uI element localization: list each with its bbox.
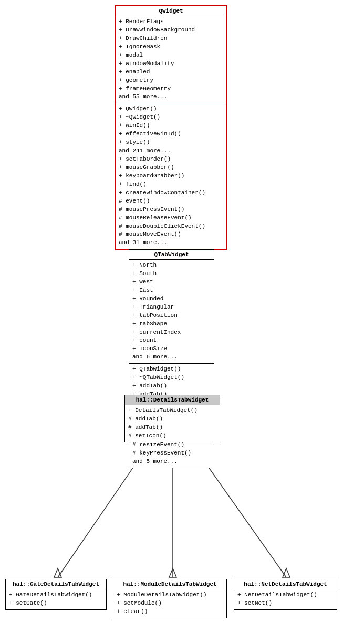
qwidget-section1: + RenderFlags + DrawWindowBackground + D… [116,16,226,103]
details-s1-line2: # addTab() [128,415,216,424]
qtabwidget-s1-line11: + iconSize [132,345,211,353]
qwidget-s2-line10: + find() [119,181,223,189]
qwidget-title: QWidget [116,6,226,16]
gate-s1-line1: + GateDetailsTabWidget() [9,591,103,599]
qwidget-s1-line8: + geometry [119,77,223,85]
module-s1-line1: + ModuleDetailsTabWidget() [117,591,223,599]
qwidget-s1-line3: + DrawChildren [119,35,223,43]
details-s1-line3: # addTab() [128,424,216,432]
qtabwidget-s1-line4: + East [132,287,211,295]
qtabwidget-s1-line2: + South [132,270,211,278]
details-tab-widget-box: hal::DetailsTabWidget + DetailsTabWidget… [124,395,220,442]
details-tab-widget-title: hal::DetailsTabWidget [125,395,220,405]
qtabwidget-s1-line8: + tabShape [132,320,211,329]
qwidget-box: QWidget + RenderFlags + DrawWindowBackgr… [115,5,227,250]
svg-marker-9 [283,568,290,577]
svg-marker-7 [169,568,176,577]
qwidget-s1-line5: + modal [119,51,223,60]
module-s1-line2: + setModule() [117,599,223,608]
qwidget-s1-line6: + windowModality [119,60,223,68]
qwidget-s2-line13: # mousePressEvent() [119,206,223,214]
qtabwidget-s1-line10: + count [132,336,211,345]
qtabwidget-s2-line12: and 5 more... [132,458,211,466]
qtabwidget-s2-line1: + QTabWidget() [132,365,211,374]
module-details-box: hal::ModuleDetailsTabWidget + ModuleDeta… [113,579,227,618]
qwidget-s2-line2: + ~QWidget() [119,113,223,122]
module-s1-line3: + clear() [117,608,223,616]
net-details-section1: + NetDetailsTabWidget() + setNet() [234,589,337,609]
qwidget-s2-line17: and 31 more... [119,239,223,247]
qwidget-s1-line10: and 55 more... [119,93,223,101]
qtabwidget-s1-line6: + Triangular [132,303,211,312]
qwidget-s1-line4: + IgnoreMask [119,43,223,51]
qtabwidget-s1-line1: + North [132,261,211,270]
qwidget-s2-line11: + createWindowContainer() [119,189,223,197]
uml-diagram: QWidget + RenderFlags + DrawWindowBackgr… [0,0,343,644]
details-tab-widget-section1: + DetailsTabWidget() # addTab() # addTab… [125,405,220,442]
net-s1-line1: + NetDetailsTabWidget() [237,591,334,599]
qtabwidget-s1-line5: + Rounded [132,295,211,303]
qwidget-section2: + QWidget() + ~QWidget() + winId() + eff… [116,103,226,249]
module-details-section1: + ModuleDetailsTabWidget() + setModule()… [113,589,226,618]
qtabwidget-s2-line2: + ~QTabWidget() [132,374,211,382]
qwidget-s2-line12: # event() [119,197,223,206]
module-details-title: hal::ModuleDetailsTabWidget [113,579,226,589]
qtabwidget-s2-line3: + addTab() [132,382,211,390]
net-details-title: hal::NetDetailsTabWidget [234,579,337,589]
qwidget-s2-line16: # mouseMoveEvent() [119,230,223,239]
net-s1-line2: + setNet() [237,599,334,608]
qtabwidget-s1-line7: + tabPosition [132,312,211,320]
qwidget-s2-line9: + keyboardGrabber() [119,172,223,181]
qwidget-s2-line5: + style() [119,139,223,147]
qtabwidget-s1-line3: + West [132,278,211,287]
qwidget-s2-line4: + effectiveWinId() [119,130,223,139]
svg-marker-5 [54,568,61,577]
net-details-box: hal::NetDetailsTabWidget + NetDetailsTab… [234,579,337,610]
qtabwidget-s1-line9: + currentIndex [132,329,211,337]
qwidget-s2-line14: # mouseReleaseEvent() [119,214,223,223]
qwidget-s2-line1: + QWidget() [119,105,223,113]
details-s1-line4: # setIcon() [128,432,216,440]
qwidget-s2-line7: + setTabOrder() [119,155,223,164]
qtabwidget-section1: + North + South + West + East + Rounded … [129,260,214,364]
qtabwidget-title: QTabWidget [129,250,214,260]
qtabwidget-s1-line12: and 6 more... [132,353,211,362]
gate-details-title: hal::GateDetailsTabWidget [6,579,106,589]
qwidget-s1-line1: + RenderFlags [119,18,223,26]
qwidget-s2-line6: and 241 more... [119,147,223,155]
qwidget-s2-line15: # mouseDoubleClickEvent() [119,223,223,231]
gate-details-section1: + GateDetailsTabWidget() + setGate() [6,589,106,609]
qwidget-s2-line8: + mouseGrabber() [119,164,223,172]
details-s1-line1: + DetailsTabWidget() [128,407,216,415]
gate-s1-line2: + setGate() [9,599,103,608]
qwidget-s1-line9: + frameGeometry [119,85,223,93]
qwidget-s1-line2: + DrawWindowBackground [119,26,223,35]
qwidget-s1-line7: + enabled [119,68,223,77]
gate-details-box: hal::GateDetailsTabWidget + GateDetailsT… [5,579,107,610]
qwidget-s2-line3: + winId() [119,122,223,130]
qtabwidget-s2-line11: # keyPressEvent() [132,449,211,458]
